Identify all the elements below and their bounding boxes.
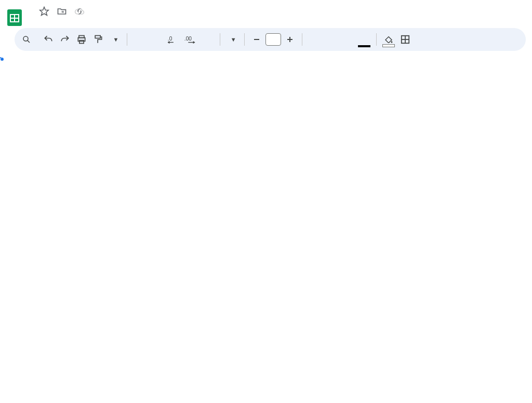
document-title[interactable] [28,10,32,12]
undo-button[interactable] [41,32,56,47]
menu-format[interactable] [70,20,78,24]
strikethrough-button[interactable] [340,32,355,47]
active-cell-border [0,57,2,59]
separator [220,33,220,46]
toolbar: ▼ .0 .00 ▼ [15,28,526,51]
svg-line-6 [28,41,30,43]
menu-file[interactable] [28,20,36,24]
currency-button[interactable] [131,32,147,47]
font-size-increase[interactable] [282,32,298,47]
menubar [28,19,119,27]
selection-overlay [0,57,1,58]
menu-view[interactable] [49,20,57,24]
menu-tools[interactable] [90,20,99,24]
zoom-select[interactable]: ▼ [107,32,123,47]
menu-search[interactable] [20,35,39,44]
font-size-decrease[interactable] [249,32,264,47]
svg-point-5 [23,36,28,41]
percent-button[interactable] [148,32,164,47]
star-icon[interactable] [38,6,50,17]
menu-help[interactable] [111,20,119,24]
menu-edit[interactable] [38,20,47,24]
svg-rect-10 [95,36,100,38]
search-icon [22,35,31,44]
increase-decimal-button[interactable]: .00 [181,32,199,47]
print-button[interactable] [74,32,89,47]
cloud-status-icon[interactable] [74,6,85,17]
number-format-button[interactable] [200,32,216,47]
redo-button[interactable] [57,32,73,47]
svg-text:.00: .00 [184,36,192,42]
font-size-input[interactable] [265,33,281,46]
borders-button[interactable] [397,32,413,47]
svg-marker-4 [40,7,49,16]
bold-button[interactable] [307,32,322,47]
separator [376,33,377,46]
text-color-button[interactable] [356,32,372,47]
svg-text:.0: .0 [168,36,172,42]
italic-button[interactable] [323,32,339,47]
decrease-decimal-button[interactable]: .0 [165,32,180,47]
separator [302,33,302,46]
sheets-logo-icon[interactable] [4,7,25,28]
separator [244,33,245,46]
menu-insert[interactable] [59,20,68,24]
separator [127,33,127,46]
font-select[interactable]: ▼ [224,32,240,47]
menu-data[interactable] [80,20,88,24]
fill-color-button[interactable] [381,32,396,47]
folder-move-icon[interactable] [56,6,68,17]
selection-handle-icon[interactable] [0,57,4,61]
menu-ext[interactable] [101,20,109,24]
paint-format-button[interactable] [90,32,106,47]
